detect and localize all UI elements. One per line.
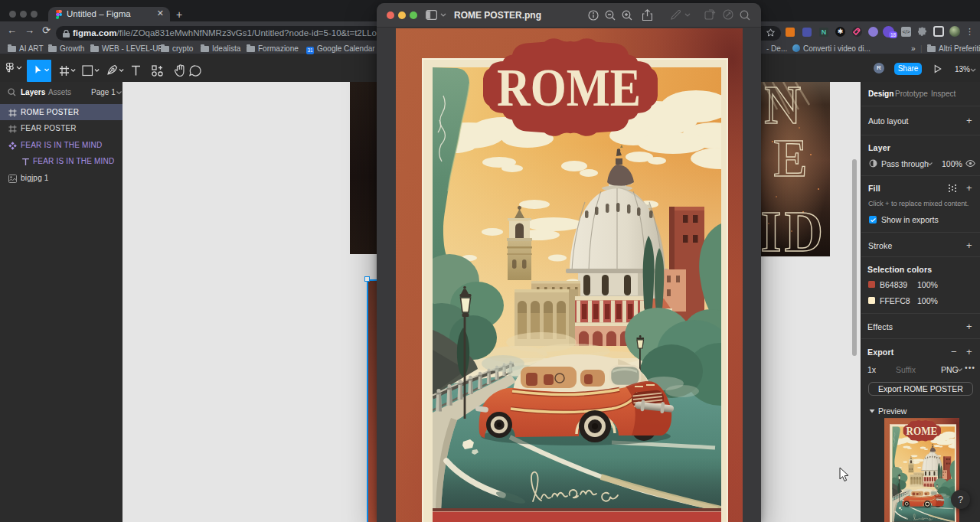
svg-text:E: E: [774, 128, 808, 188]
svg-text:ID: ID: [761, 199, 826, 256]
